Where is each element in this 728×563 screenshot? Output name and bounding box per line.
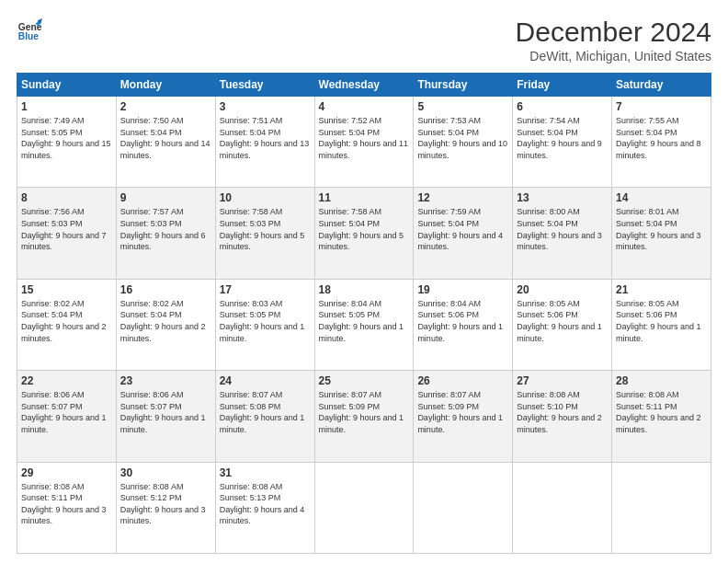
calendar-header-row: SundayMondayTuesdayWednesdayThursdayFrid…	[17, 74, 711, 97]
calendar-cell: 16Sunrise: 8:02 AMSunset: 5:04 PMDayligh…	[116, 279, 215, 370]
day-number: 14	[616, 191, 707, 204]
day-number: 11	[319, 191, 410, 204]
day-info: Sunrise: 7:49 AMSunset: 5:05 PMDaylight:…	[21, 115, 112, 161]
calendar-cell: 2Sunrise: 7:50 AMSunset: 5:04 PMDaylight…	[116, 97, 215, 188]
calendar-cell: 25Sunrise: 8:07 AMSunset: 5:09 PMDayligh…	[314, 371, 414, 462]
day-number: 8	[21, 191, 112, 204]
day-info: Sunrise: 7:54 AMSunset: 5:04 PMDaylight:…	[517, 115, 608, 161]
day-number: 24	[220, 374, 311, 387]
day-info: Sunrise: 7:53 AMSunset: 5:04 PMDaylight:…	[417, 115, 508, 161]
calendar-cell: 30Sunrise: 8:08 AMSunset: 5:12 PMDayligh…	[116, 462, 215, 553]
calendar-cell: 10Sunrise: 7:58 AMSunset: 5:03 PMDayligh…	[215, 188, 314, 279]
day-number: 4	[319, 100, 410, 113]
day-info: Sunrise: 8:08 AMSunset: 5:10 PMDaylight:…	[517, 389, 608, 435]
logo: General Blue	[17, 17, 42, 42]
calendar-week-1: 1Sunrise: 7:49 AMSunset: 5:05 PMDaylight…	[17, 97, 711, 188]
day-number: 18	[319, 283, 410, 296]
day-number: 27	[517, 374, 608, 387]
calendar-cell: 29Sunrise: 8:08 AMSunset: 5:11 PMDayligh…	[17, 462, 117, 553]
day-number: 12	[417, 191, 508, 204]
calendar-week-4: 22Sunrise: 8:06 AMSunset: 5:07 PMDayligh…	[17, 371, 711, 462]
day-number: 20	[517, 283, 608, 296]
calendar-cell: 4Sunrise: 7:52 AMSunset: 5:04 PMDaylight…	[314, 97, 414, 188]
day-info: Sunrise: 7:56 AMSunset: 5:03 PMDaylight:…	[21, 206, 112, 252]
day-number: 16	[120, 283, 211, 296]
calendar-cell: 31Sunrise: 8:08 AMSunset: 5:13 PMDayligh…	[215, 462, 314, 553]
calendar-cell	[414, 462, 513, 553]
calendar-header-wednesday: Wednesday	[314, 74, 414, 97]
calendar-cell: 3Sunrise: 7:51 AMSunset: 5:04 PMDaylight…	[215, 97, 314, 188]
calendar-header-thursday: Thursday	[414, 74, 513, 97]
calendar-header-saturday: Saturday	[612, 74, 711, 97]
calendar-header-sunday: Sunday	[17, 74, 117, 97]
day-info: Sunrise: 8:06 AMSunset: 5:07 PMDaylight:…	[21, 389, 112, 435]
main-title: December 2024	[516, 17, 711, 47]
calendar-cell: 13Sunrise: 8:00 AMSunset: 5:04 PMDayligh…	[513, 188, 612, 279]
calendar-week-3: 15Sunrise: 8:02 AMSunset: 5:04 PMDayligh…	[17, 279, 711, 370]
day-info: Sunrise: 7:55 AMSunset: 5:04 PMDaylight:…	[616, 115, 707, 161]
day-number: 1	[21, 100, 112, 113]
day-info: Sunrise: 8:08 AMSunset: 5:11 PMDaylight:…	[616, 389, 707, 435]
day-number: 3	[220, 100, 311, 113]
calendar-cell: 17Sunrise: 8:03 AMSunset: 5:05 PMDayligh…	[215, 279, 314, 370]
day-info: Sunrise: 7:57 AMSunset: 5:03 PMDaylight:…	[120, 206, 211, 252]
day-info: Sunrise: 8:05 AMSunset: 5:06 PMDaylight:…	[517, 298, 608, 344]
calendar-week-2: 8Sunrise: 7:56 AMSunset: 5:03 PMDaylight…	[17, 188, 711, 279]
day-number: 19	[417, 283, 508, 296]
calendar-cell: 12Sunrise: 7:59 AMSunset: 5:04 PMDayligh…	[414, 188, 513, 279]
calendar-cell: 5Sunrise: 7:53 AMSunset: 5:04 PMDaylight…	[414, 97, 513, 188]
day-info: Sunrise: 8:04 AMSunset: 5:05 PMDaylight:…	[319, 298, 410, 344]
header: General Blue December 2024 DeWitt, Michi…	[17, 17, 711, 63]
day-info: Sunrise: 7:59 AMSunset: 5:04 PMDaylight:…	[417, 206, 508, 252]
calendar-cell: 27Sunrise: 8:08 AMSunset: 5:10 PMDayligh…	[513, 371, 612, 462]
day-info: Sunrise: 7:58 AMSunset: 5:03 PMDaylight:…	[220, 206, 311, 252]
day-number: 26	[417, 374, 508, 387]
day-number: 2	[120, 100, 211, 113]
day-number: 10	[220, 191, 311, 204]
calendar-cell: 26Sunrise: 8:07 AMSunset: 5:09 PMDayligh…	[414, 371, 513, 462]
calendar-cell: 21Sunrise: 8:05 AMSunset: 5:06 PMDayligh…	[612, 279, 711, 370]
svg-text:Blue: Blue	[18, 31, 40, 41]
day-info: Sunrise: 8:05 AMSunset: 5:06 PMDaylight:…	[616, 298, 707, 344]
calendar-table: SundayMondayTuesdayWednesdayThursdayFrid…	[17, 73, 711, 554]
calendar-cell: 19Sunrise: 8:04 AMSunset: 5:06 PMDayligh…	[414, 279, 513, 370]
day-info: Sunrise: 8:07 AMSunset: 5:09 PMDaylight:…	[417, 389, 508, 435]
calendar-cell	[314, 462, 414, 553]
calendar-cell: 8Sunrise: 7:56 AMSunset: 5:03 PMDaylight…	[17, 188, 117, 279]
day-info: Sunrise: 8:04 AMSunset: 5:06 PMDaylight:…	[417, 298, 508, 344]
day-info: Sunrise: 8:08 AMSunset: 5:11 PMDaylight:…	[21, 481, 112, 527]
calendar-cell	[612, 462, 711, 553]
day-info: Sunrise: 8:01 AMSunset: 5:04 PMDaylight:…	[616, 206, 707, 252]
day-number: 9	[120, 191, 211, 204]
day-number: 22	[21, 374, 112, 387]
calendar-cell	[513, 462, 612, 553]
day-number: 28	[616, 374, 707, 387]
day-number: 23	[120, 374, 211, 387]
calendar-cell: 24Sunrise: 8:07 AMSunset: 5:08 PMDayligh…	[215, 371, 314, 462]
day-number: 6	[517, 100, 608, 113]
logo-icon: General Blue	[17, 17, 42, 42]
day-info: Sunrise: 7:51 AMSunset: 5:04 PMDaylight:…	[220, 115, 311, 161]
calendar-cell: 23Sunrise: 8:06 AMSunset: 5:07 PMDayligh…	[116, 371, 215, 462]
day-info: Sunrise: 8:07 AMSunset: 5:09 PMDaylight:…	[319, 389, 410, 435]
day-number: 21	[616, 283, 707, 296]
day-number: 15	[21, 283, 112, 296]
page: General Blue December 2024 DeWitt, Michi…	[0, 0, 728, 563]
day-info: Sunrise: 8:08 AMSunset: 5:13 PMDaylight:…	[220, 481, 311, 527]
calendar-header-friday: Friday	[513, 74, 612, 97]
day-info: Sunrise: 8:00 AMSunset: 5:04 PMDaylight:…	[517, 206, 608, 252]
calendar-header-monday: Monday	[116, 74, 215, 97]
day-info: Sunrise: 8:08 AMSunset: 5:12 PMDaylight:…	[120, 481, 211, 527]
day-info: Sunrise: 8:03 AMSunset: 5:05 PMDaylight:…	[220, 298, 311, 344]
day-number: 30	[120, 466, 211, 479]
calendar-week-5: 29Sunrise: 8:08 AMSunset: 5:11 PMDayligh…	[17, 462, 711, 553]
calendar-cell: 20Sunrise: 8:05 AMSunset: 5:06 PMDayligh…	[513, 279, 612, 370]
day-number: 17	[220, 283, 311, 296]
day-info: Sunrise: 8:02 AMSunset: 5:04 PMDaylight:…	[21, 298, 112, 344]
day-info: Sunrise: 8:06 AMSunset: 5:07 PMDaylight:…	[120, 389, 211, 435]
day-number: 7	[616, 100, 707, 113]
day-info: Sunrise: 7:58 AMSunset: 5:04 PMDaylight:…	[319, 206, 410, 252]
calendar-cell: 6Sunrise: 7:54 AMSunset: 5:04 PMDaylight…	[513, 97, 612, 188]
day-number: 25	[319, 374, 410, 387]
calendar-cell: 28Sunrise: 8:08 AMSunset: 5:11 PMDayligh…	[612, 371, 711, 462]
